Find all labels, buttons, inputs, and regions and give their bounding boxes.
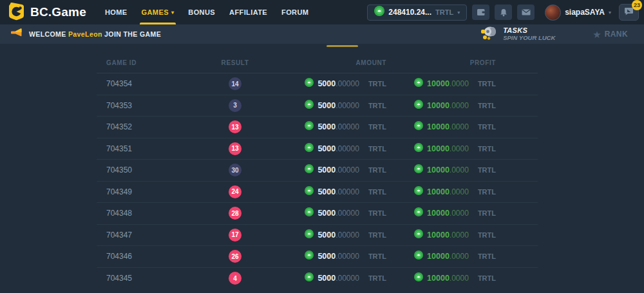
table-row[interactable]: 704347 17 5000 .00000 TRTL — [97, 225, 538, 247]
result-badge: 28 — [229, 207, 242, 220]
amount-currency: TRTL — [368, 252, 386, 260]
coin-icon — [414, 272, 423, 284]
profit-int: 10000 — [427, 274, 450, 283]
wallet-button[interactable] — [472, 5, 489, 20]
chat-unread-badge: 23 — [632, 0, 642, 10]
nav-affiliate[interactable]: AFFILIATE — [222, 0, 274, 24]
amount-int: 5000 — [317, 122, 336, 131]
table-row[interactable]: 704345 4 5000 .00000 TRTL — [97, 268, 538, 290]
amount-int: 5000 — [317, 231, 336, 240]
nav-home[interactable]: HOME — [98, 0, 135, 24]
table-row[interactable]: 704354 14 5000 .00000 TRTL — [97, 73, 538, 95]
amount-int: 5000 — [317, 252, 336, 261]
announcement-banner: WELCOME PaveLeon JOIN THE GAME TASKS SPI… — [0, 24, 644, 44]
profit-int: 10000 — [427, 252, 450, 261]
result-badge: 14 — [229, 77, 242, 90]
coin-icon — [414, 121, 423, 133]
profit-int: 10000 — [427, 187, 450, 196]
result-badge: 13 — [229, 120, 242, 133]
tasks-subtitle: SPIN YOUR LUCK — [503, 35, 555, 42]
coin-icon — [374, 6, 384, 19]
balance-selector[interactable]: 248410.24... TRTL ▾ — [367, 5, 467, 21]
profit-currency: TRTL — [478, 231, 496, 239]
rank-widget[interactable]: ★ RANK — [592, 30, 628, 39]
col-header-game-id: GAME ID — [97, 59, 193, 66]
row-game-id: 704353 — [97, 101, 193, 110]
star-icon: ★ — [592, 30, 601, 39]
table-body: 704354 14 5000 .00000 TRTL — [97, 73, 538, 289]
profit-cell: 10000 .0000 TRTL — [386, 143, 496, 155]
profit-currency: TRTL — [478, 209, 496, 217]
wallet-icon — [477, 8, 486, 16]
balance-value: 248410.24... — [388, 8, 431, 17]
coin-icon — [305, 207, 314, 219]
profit-int: 10000 — [427, 122, 450, 131]
notifications-button[interactable] — [495, 5, 512, 20]
amount-cell: 5000 .00000 TRTL — [277, 272, 386, 284]
amount-dec: .00000 — [336, 79, 359, 88]
row-game-id: 704350 — [97, 165, 193, 175]
profit-dec: .0000 — [450, 231, 469, 240]
game-results-table: GAME ID RESULT AMOUNT PROFIT 704354 14 5… — [97, 53, 538, 289]
profit-cell: 10000 .0000 TRTL — [386, 229, 496, 241]
table-row[interactable]: 704352 13 5000 .00000 TRTL — [97, 117, 538, 138]
result-badge: 30 — [229, 164, 242, 176]
coin-icon — [414, 229, 423, 241]
chevron-down-icon: ▾ — [171, 10, 174, 15]
amount-currency: TRTL — [368, 188, 386, 196]
coin-icon — [414, 250, 423, 262]
nav-games[interactable]: GAMES ▾ — [135, 0, 182, 24]
brand-logo[interactable]: BC.Game — [0, 2, 86, 23]
result-badge: 26 — [229, 250, 242, 263]
avatar — [545, 5, 561, 21]
nav-forum[interactable]: FORUM — [274, 0, 316, 24]
profit-int: 10000 — [427, 79, 450, 88]
amount-cell: 5000 .00000 TRTL — [277, 100, 386, 111]
coin-icon — [414, 143, 423, 155]
amount-cell: 5000 .00000 TRTL — [277, 143, 386, 155]
rank-label: RANK — [605, 30, 628, 39]
chat-button[interactable]: 23 — [619, 4, 639, 21]
row-game-id: 704346 — [97, 252, 193, 261]
profit-currency: TRTL — [478, 188, 496, 196]
coin-icon — [414, 100, 423, 111]
row-game-id: 704348 — [97, 209, 193, 218]
profit-cell: 10000 .0000 TRTL — [386, 250, 496, 262]
row-game-id: 704349 — [97, 187, 193, 196]
top-header: BC.Game HOME GAMES ▾ BONUS AFFILIATE FOR… — [0, 0, 644, 24]
amount-currency: TRTL — [368, 145, 386, 153]
amount-int: 5000 — [317, 209, 336, 218]
profit-dec: .0000 — [450, 165, 469, 175]
profit-currency: TRTL — [478, 274, 496, 282]
welcomed-username: PaveLeon — [68, 30, 102, 38]
table-row[interactable]: 704351 13 5000 .00000 TRTL — [97, 138, 538, 160]
nav-bonus[interactable]: BONUS — [181, 0, 222, 24]
table-row[interactable]: 704353 3 5000 .00000 TRTL — [97, 95, 538, 117]
profit-currency: TRTL — [478, 252, 496, 260]
coin-icon — [414, 78, 423, 90]
user-menu[interactable]: siapaSAYA ▾ — [545, 5, 611, 21]
table-row[interactable]: 704348 28 5000 .00000 TRTL — [97, 203, 538, 225]
header-right-cluster: 248410.24... TRTL ▾ — [367, 0, 639, 24]
amount-int: 5000 — [317, 274, 336, 283]
result-badge: 24 — [229, 185, 242, 198]
profit-cell: 10000 .0000 TRTL — [386, 272, 496, 284]
amount-dec: .00000 — [336, 122, 359, 131]
profit-int: 10000 — [427, 231, 450, 240]
messages-button[interactable] — [517, 5, 535, 20]
coin-icon — [414, 186, 423, 198]
profit-int: 10000 — [427, 101, 450, 110]
amount-cell: 5000 .00000 TRTL — [277, 229, 386, 241]
tasks-widget[interactable]: TASKS SPIN YOUR LUCK — [479, 25, 555, 43]
amount-int: 5000 — [317, 101, 336, 110]
result-badge: 3 — [229, 99, 242, 112]
table-row[interactable]: 704350 30 5000 .00000 TRTL — [97, 160, 538, 182]
table-row[interactable]: 704349 24 5000 .00000 TRTL — [97, 182, 538, 203]
profit-currency: TRTL — [478, 80, 496, 88]
result-badge: 4 — [229, 272, 242, 285]
profit-cell: 10000 .0000 TRTL — [386, 121, 496, 133]
profit-dec: .0000 — [450, 187, 469, 196]
table-row[interactable]: 704346 26 5000 .00000 TRTL — [97, 246, 538, 268]
coin-icon — [305, 143, 314, 155]
chevron-down-icon: ▾ — [457, 10, 460, 15]
